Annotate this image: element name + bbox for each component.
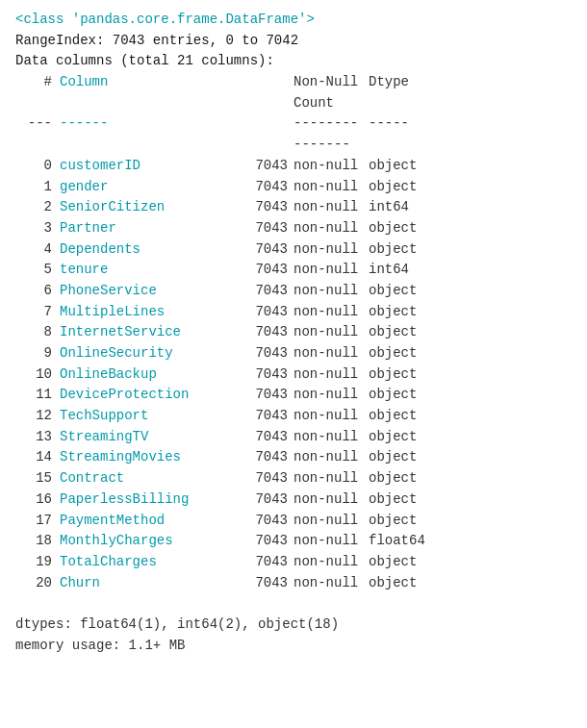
row-index: 12 bbox=[15, 406, 52, 427]
col-dtype: object bbox=[365, 177, 432, 198]
table-row: 10OnlineBackup7043non-nullobject bbox=[15, 364, 572, 386]
col-dtype: object bbox=[365, 427, 432, 448]
table-row: 18MonthlyCharges7043non-nullfloat64 bbox=[15, 531, 572, 552]
col-count: 7043 bbox=[235, 531, 288, 552]
col-name: Dependents bbox=[52, 239, 235, 261]
col-dtype: object bbox=[365, 322, 432, 343]
col-dtype: object bbox=[365, 364, 432, 386]
col-count: 7043 bbox=[235, 177, 288, 198]
table-row: 4Dependents7043non-nullobject bbox=[15, 239, 572, 261]
col-count: 7043 bbox=[235, 468, 288, 490]
table-row: 3Partner7043non-nullobject bbox=[15, 218, 572, 239]
dataframe-info: <class 'pandas.core.frame.DataFrame'> Ra… bbox=[15, 10, 572, 656]
col-name: MultipleLines bbox=[52, 302, 235, 323]
table-row: 19TotalCharges7043non-nullobject bbox=[15, 552, 572, 573]
table-row: 16PaperlessBilling7043non-nullobject bbox=[15, 490, 572, 511]
data-rows-container: 0customerID7043non-nullobject1gender7043… bbox=[15, 156, 572, 593]
col-name: PaymentMethod bbox=[52, 511, 235, 532]
col-name: InternetService bbox=[52, 322, 235, 343]
col-null-label: non-null bbox=[288, 573, 365, 594]
col-dtype: int64 bbox=[365, 197, 432, 218]
col-null-label: non-null bbox=[288, 364, 365, 386]
row-index: 2 bbox=[15, 197, 52, 218]
col-count: 7043 bbox=[235, 302, 288, 323]
sep-dtype: ----- bbox=[365, 113, 432, 135]
table-row: 15Contract7043non-nullobject bbox=[15, 468, 572, 490]
header-non-null-label: Non-Null Count bbox=[288, 72, 365, 113]
row-index: 4 bbox=[15, 239, 52, 261]
col-dtype: object bbox=[365, 406, 432, 427]
table-row: 8InternetService7043non-nullobject bbox=[15, 322, 572, 343]
col-null-label: non-null bbox=[288, 302, 365, 323]
class-line: <class 'pandas.core.frame.DataFrame'> bbox=[15, 10, 572, 31]
col-dtype: object bbox=[365, 239, 432, 261]
col-null-label: non-null bbox=[288, 468, 365, 490]
col-count: 7043 bbox=[235, 260, 288, 281]
table-row: 14StreamingMovies7043non-nullobject bbox=[15, 447, 572, 468]
separator-row: --- ------ --------------- ----- bbox=[15, 113, 572, 155]
dtypes-line: dtypes: float64(1), int64(2), object(18) bbox=[15, 615, 572, 636]
col-count: 7043 bbox=[235, 343, 288, 364]
col-name: Contract bbox=[52, 468, 235, 490]
col-dtype: object bbox=[365, 343, 432, 364]
row-index: 11 bbox=[15, 385, 52, 406]
col-null-label: non-null bbox=[288, 406, 365, 427]
row-index: 9 bbox=[15, 343, 52, 364]
col-count: 7043 bbox=[235, 239, 288, 261]
header-dtype: Dtype bbox=[365, 72, 432, 93]
col-name: customerID bbox=[52, 156, 235, 177]
table-row: 5tenure7043non-nullint64 bbox=[15, 260, 572, 281]
col-dtype: float64 bbox=[365, 531, 432, 552]
col-count: 7043 bbox=[235, 447, 288, 468]
col-name: Partner bbox=[52, 218, 235, 239]
row-index: 16 bbox=[15, 490, 52, 511]
col-null-label: non-null bbox=[288, 531, 365, 552]
table-row: 17PaymentMethod7043non-nullobject bbox=[15, 511, 572, 532]
col-null-label: non-null bbox=[288, 427, 365, 448]
col-null-label: non-null bbox=[288, 260, 365, 281]
col-dtype: int64 bbox=[365, 260, 432, 281]
col-name: OnlineBackup bbox=[52, 364, 235, 386]
range-index-line: RangeIndex: 7043 entries, 0 to 7042 bbox=[15, 31, 572, 52]
col-null-label: non-null bbox=[288, 447, 365, 468]
col-null-label: non-null bbox=[288, 197, 365, 218]
col-null-label: non-null bbox=[288, 343, 365, 364]
col-count: 7043 bbox=[235, 156, 288, 177]
col-count: 7043 bbox=[235, 406, 288, 427]
sep-index: --- bbox=[15, 113, 52, 135]
table-row: 1gender7043non-nullobject bbox=[15, 177, 572, 198]
col-name: PaperlessBilling bbox=[52, 490, 235, 511]
col-null-label: non-null bbox=[288, 281, 365, 302]
table-row: 20Churn7043non-nullobject bbox=[15, 573, 572, 594]
col-count: 7043 bbox=[235, 322, 288, 343]
col-null-label: non-null bbox=[288, 239, 365, 261]
col-dtype: object bbox=[365, 552, 432, 573]
row-index: 14 bbox=[15, 447, 52, 468]
row-index: 20 bbox=[15, 573, 52, 594]
col-count: 7043 bbox=[235, 427, 288, 448]
col-dtype: object bbox=[365, 447, 432, 468]
col-name: StreamingTV bbox=[52, 427, 235, 448]
col-count: 7043 bbox=[235, 490, 288, 511]
col-count: 7043 bbox=[235, 197, 288, 218]
col-null-label: non-null bbox=[288, 322, 365, 343]
col-count: 7043 bbox=[235, 281, 288, 302]
col-count: 7043 bbox=[235, 385, 288, 406]
table-row: 0customerID7043non-nullobject bbox=[15, 156, 572, 177]
memory-line: memory usage: 1.1+ MB bbox=[15, 636, 572, 657]
col-null-label: non-null bbox=[288, 385, 365, 406]
col-dtype: object bbox=[365, 218, 432, 239]
col-name: MonthlyCharges bbox=[52, 531, 235, 552]
col-count: 7043 bbox=[235, 218, 288, 239]
col-dtype: object bbox=[365, 281, 432, 302]
header-index: # bbox=[15, 72, 52, 93]
data-columns-line: Data columns (total 21 columns): bbox=[15, 51, 572, 72]
col-dtype: object bbox=[365, 468, 432, 490]
row-index: 17 bbox=[15, 511, 52, 532]
row-index: 13 bbox=[15, 427, 52, 448]
col-name: tenure bbox=[52, 260, 235, 281]
row-index: 5 bbox=[15, 260, 52, 281]
col-dtype: object bbox=[365, 302, 432, 323]
row-index: 0 bbox=[15, 156, 52, 177]
col-name: gender bbox=[52, 177, 235, 198]
